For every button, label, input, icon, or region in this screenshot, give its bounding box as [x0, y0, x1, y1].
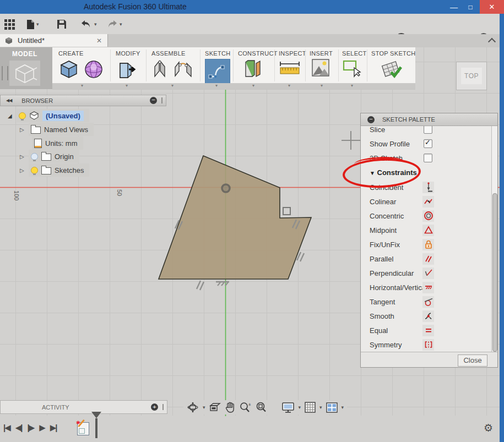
timeline-go-end-button[interactable]: ▶|: [50, 423, 57, 433]
constraint-row-horizontal-vertical[interactable]: Horizontal/Vertical: [361, 280, 492, 294]
sketch-tool-active[interactable]: [205, 59, 230, 84]
pan-hand-icon[interactable]: [225, 402, 235, 413]
caret-down-icon[interactable]: ▾: [215, 83, 218, 88]
timeline-step-forward-button[interactable]: |▶: [27, 423, 34, 433]
colinear-icon[interactable]: [422, 196, 434, 208]
option-row-slice[interactable]: Slice: [361, 126, 492, 137]
coincident-icon[interactable]: [422, 182, 434, 193]
equal-icon[interactable]: [422, 325, 434, 336]
orbit-icon[interactable]: [187, 402, 199, 413]
tree-collapsed-icon[interactable]: ▷: [20, 167, 25, 173]
smooth-icon[interactable]: [422, 310, 434, 322]
expand-activity-icon[interactable]: +: [151, 403, 158, 411]
constraint-row-symmetry[interactable]: Symmetry: [361, 337, 492, 352]
close-window-button[interactable]: ✕: [480, 0, 504, 14]
sketch-palette-header[interactable]: − SKETCH PALETTE: [361, 113, 497, 126]
timeline-slider-handle[interactable]: [91, 418, 101, 428]
display-settings-icon[interactable]: [282, 402, 295, 413]
constraint-row-colinear[interactable]: Colinear: [361, 194, 492, 209]
slice-checkbox[interactable]: [424, 126, 432, 134]
visibility-bulb-icon[interactable]: [31, 167, 38, 174]
midpoint-icon[interactable]: [422, 225, 434, 236]
constraint-row-equal[interactable]: Equal: [361, 323, 492, 337]
tree-row-units[interactable]: Units: mm: [32, 137, 83, 149]
minimize-panel-icon[interactable]: −: [150, 97, 157, 104]
timeline-sketch-feature[interactable]: ✱: [77, 420, 99, 439]
timeline-go-start-button[interactable]: |◀: [3, 423, 10, 433]
constraint-row-perpendicular[interactable]: Perpendicular: [361, 266, 492, 280]
visibility-bulb-icon[interactable]: [19, 112, 26, 119]
document-tab[interactable]: Untitled* ✕: [0, 34, 108, 47]
new-component-icon[interactable]: [151, 59, 168, 79]
caret-down-icon[interactable]: ▾: [252, 83, 254, 88]
close-palette-button[interactable]: Close: [458, 354, 487, 367]
save-button[interactable]: [57, 18, 67, 31]
minimize-panel-icon[interactable]: −: [367, 116, 375, 123]
caret-down-icon[interactable]: ▾: [171, 83, 174, 88]
press-pull-icon[interactable]: [116, 59, 137, 80]
app-grid-icon[interactable]: [4, 18, 15, 31]
caret-down-icon[interactable]: ▾: [288, 83, 290, 88]
timeline-play-button[interactable]: ▶: [39, 423, 45, 433]
caret-down-icon[interactable]: ▾: [319, 405, 322, 410]
tree-collapsed-icon[interactable]: ▷: [20, 154, 25, 160]
file-menu-button[interactable]: ▾: [26, 18, 39, 31]
constraint-row-fix-unfix[interactable]: Fix/UnFix: [361, 237, 492, 252]
workspace-switcher[interactable]: MODEL: [0, 47, 52, 89]
collapse-panel-icon[interactable]: ◀◀: [6, 98, 12, 103]
construct-plane-icon[interactable]: [242, 59, 262, 80]
option-row-show-profile[interactable]: Show Profile: [361, 137, 492, 151]
zoom-icon[interactable]: ±: [239, 402, 252, 413]
panel-grip[interactable]: [161, 97, 162, 103]
browser-panel-header[interactable]: ◀◀ BROWSER −: [0, 95, 166, 106]
horizontal-vertical-icon[interactable]: [422, 282, 434, 293]
parallel-icon[interactable]: [422, 253, 434, 265]
concentric-icon[interactable]: [422, 210, 434, 222]
caret-down-icon[interactable]: ▾: [126, 83, 128, 88]
create-box-icon[interactable]: [58, 59, 79, 80]
caret-down-icon[interactable]: ▾: [81, 83, 83, 88]
caret-down-icon[interactable]: ▾: [299, 405, 301, 410]
tree-row-named-views[interactable]: ▷ Named Views: [20, 123, 94, 135]
document-root-label[interactable]: (Unsaved): [42, 111, 84, 121]
caret-down-icon[interactable]: ▾: [321, 83, 323, 88]
constraint-row-tangent[interactable]: Tangent: [361, 294, 492, 309]
tangent-icon[interactable]: [422, 296, 434, 308]
palette-scrollbar-thumb[interactable]: [492, 193, 497, 352]
tree-expanded-icon[interactable]: ◢: [8, 113, 13, 119]
timeline-step-back-button[interactable]: ◀|: [15, 423, 22, 433]
redo-button[interactable]: ▾: [106, 18, 122, 31]
settings-gear-icon[interactable]: ⚙: [484, 422, 493, 434]
palette-scrollbar[interactable]: [491, 126, 497, 352]
tree-collapsed-icon[interactable]: ▷: [20, 127, 25, 133]
show-profile-checkbox[interactable]: [424, 139, 432, 148]
activity-bar[interactable]: ACTIVITY +: [0, 400, 167, 414]
constraint-row-midpoint[interactable]: Midpoint: [361, 223, 492, 237]
tree-row-root[interactable]: ◢ (Unsaved): [8, 110, 89, 122]
ribbon-grip[interactable]: [2, 66, 8, 80]
look-at-icon[interactable]: [209, 402, 221, 412]
view-cube-top[interactable]: TOP: [456, 62, 487, 90]
perpendicular-icon[interactable]: [422, 268, 434, 279]
panel-grip[interactable]: [162, 404, 164, 410]
minimize-button[interactable]: —: [446, 0, 462, 14]
collapse-ribbon-chevron[interactable]: [489, 37, 495, 43]
tab-close-icon[interactable]: ✕: [96, 37, 102, 45]
3d-sketch-checkbox[interactable]: [424, 154, 432, 162]
caret-down-icon[interactable]: ▾: [351, 83, 353, 88]
insert-image-icon[interactable]: [312, 59, 329, 77]
visibility-bulb-off-icon[interactable]: [31, 153, 38, 160]
measure-icon[interactable]: [279, 61, 301, 75]
maximize-button[interactable]: □: [462, 0, 479, 14]
tree-row-sketches[interactable]: ▷ Sketches: [20, 164, 89, 176]
constraint-row-smooth[interactable]: Smooth: [361, 309, 492, 323]
caret-down-icon[interactable]: ▾: [203, 405, 205, 410]
caret-down-icon[interactable]: ▾: [342, 405, 344, 410]
fix-unfix-icon[interactable]: [422, 239, 434, 250]
constraint-row-concentric[interactable]: Concentric: [361, 209, 492, 223]
grid-snap-icon[interactable]: [305, 402, 316, 413]
tree-row-origin[interactable]: ▷ Origin: [20, 150, 79, 162]
zoom-window-icon[interactable]: [256, 402, 267, 413]
viewports-icon[interactable]: [326, 402, 338, 413]
stop-sketch-icon[interactable]: [380, 59, 402, 79]
